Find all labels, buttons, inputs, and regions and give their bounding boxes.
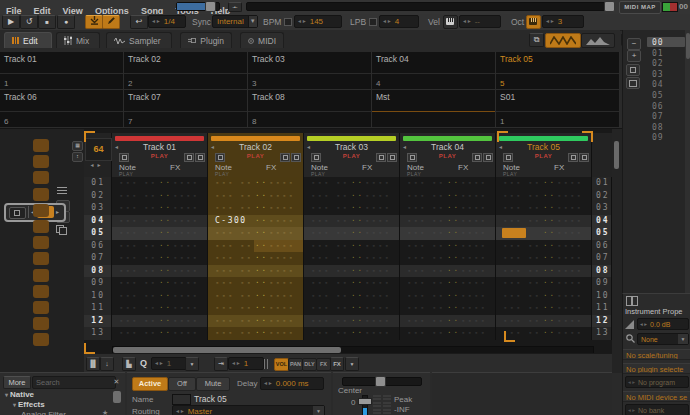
fx-column-menu-button[interactable]: FX xyxy=(330,357,344,371)
column-toggle-fx[interactable]: FX xyxy=(316,358,331,371)
track-header-track-03[interactable]: ◂Track 03PLAYNoteFXPLAY xyxy=(304,133,400,177)
spinner-arrows[interactable]: ◂ ▸ xyxy=(264,378,272,389)
scrollbar-thumb[interactable] xyxy=(686,33,690,59)
pattern-cell[interactable]: -----··---- xyxy=(496,190,592,203)
matrix-slot-block[interactable] xyxy=(33,317,49,330)
tree-item-analog-filter[interactable]: Analog Filter xyxy=(21,410,66,415)
matrix-slot-block[interactable] xyxy=(33,220,49,233)
pattern-cell[interactable]: -----··---- xyxy=(304,315,400,328)
pattern-cell[interactable]: -----··---- xyxy=(208,190,304,203)
dsp-tab-mute[interactable]: Mute xyxy=(196,377,230,391)
pattern-cell[interactable]: -----··---- xyxy=(304,277,400,290)
pattern-cell[interactable]: -----··---- xyxy=(400,190,496,203)
pattern-cell[interactable]: ··---- xyxy=(496,227,592,240)
track-name[interactable]: Track 01 xyxy=(112,142,207,152)
pattern-cell[interactable]: -----··---- xyxy=(208,177,304,190)
routing-select[interactable]: ◂ ▸ Master ▼ xyxy=(172,405,325,415)
scope-track-03[interactable]: Track 033 xyxy=(248,52,372,90)
dropdown-arrow-icon[interactable]: ▼ xyxy=(313,406,324,415)
track-options-button[interactable] xyxy=(579,153,589,162)
octave-keyboard-toggle[interactable] xyxy=(526,15,541,29)
track-name[interactable]: Track 03 xyxy=(304,142,399,152)
pattern-cell[interactable]: -----··---- xyxy=(112,190,208,203)
pattern-cell[interactable]: -----··---- xyxy=(112,302,208,315)
pattern-cell[interactable]: -----··---- xyxy=(304,290,400,303)
matrix-mode-icon-button[interactable]: ▦ xyxy=(72,141,83,151)
pattern-cell[interactable]: -----··---- xyxy=(496,315,592,328)
spinner-arrows[interactable]: ◂ ▸ xyxy=(152,16,160,27)
pattern-cell[interactable]: -----··---- xyxy=(208,227,304,240)
sync-select[interactable]: Internal▼ xyxy=(212,15,258,28)
pattern-cell[interactable]: -----··---- xyxy=(400,277,496,290)
spinner-arrows[interactable]: ◂ ▸ xyxy=(640,321,647,327)
tree-expand-icon[interactable]: ▾ xyxy=(13,402,16,408)
sequence-loop-button[interactable] xyxy=(626,64,640,76)
track-headers-toggle[interactable]: ▐▌ xyxy=(86,357,100,371)
sequence-delete-button[interactable]: − xyxy=(627,38,641,50)
scope-track-02[interactable]: Track 022 xyxy=(124,52,248,90)
matrix-slot-block[interactable] xyxy=(33,139,49,152)
matrix-slot-block[interactable] xyxy=(33,188,49,201)
track-name[interactable]: Track 04 xyxy=(400,142,495,152)
block-loop-button[interactable]: ↩ xyxy=(130,15,148,29)
pattern-cell[interactable]: -----··---- xyxy=(112,202,208,215)
wrap-mode-toggle[interactable]: ↓ xyxy=(100,357,114,371)
matrix-slot-block[interactable] xyxy=(33,333,49,346)
pattern-cell[interactable]: -----··---- xyxy=(496,240,592,253)
lpb-spinner[interactable]: ◂ ▸4 xyxy=(379,15,419,28)
sequence-slot-02[interactable]: 02 xyxy=(652,59,664,68)
pattern-cell[interactable]: -----··---- xyxy=(208,240,304,253)
matrix-slot-block[interactable] xyxy=(33,269,49,282)
matrix-slot-mute-button[interactable] xyxy=(9,207,26,219)
pattern-cell[interactable]: -----··---- xyxy=(112,277,208,290)
sequence-slot-04[interactable]: 04 xyxy=(652,80,664,89)
scope-s01[interactable]: S011 xyxy=(496,90,620,128)
velocity-keyboard-toggle[interactable] xyxy=(443,15,458,29)
spinner-arrows[interactable]: ◂ ▸ xyxy=(383,16,391,27)
pattern-cell[interactable]: -----··---- xyxy=(400,177,496,190)
pattern-cell[interactable]: -----··---- xyxy=(400,302,496,315)
column-toggle-dly[interactable]: DLY xyxy=(302,358,317,371)
pattern-cell[interactable]: -----··---- xyxy=(112,177,208,190)
pattern-cell[interactable]: -----··---- xyxy=(112,290,208,303)
sequence-select-button[interactable] xyxy=(626,77,640,89)
scopes-view-toggle[interactable] xyxy=(545,33,581,48)
more-button[interactable]: More xyxy=(3,376,31,389)
bpm-spinner[interactable]: ◂ ▸145 xyxy=(294,15,342,28)
column-toggle-pan[interactable]: PAN xyxy=(288,358,303,371)
scope-track-05[interactable]: Track 055 xyxy=(496,52,620,90)
matrix-slot-block[interactable] xyxy=(33,301,49,314)
sequencer-scrollbar[interactable] xyxy=(685,30,690,293)
spinner-arrows[interactable]: ◂ ▸ xyxy=(298,16,306,27)
edit-mode-toggle[interactable] xyxy=(102,15,120,29)
pattern-cell[interactable]: -----··---- xyxy=(208,252,304,265)
pattern-cell[interactable]: -----··---- xyxy=(496,277,592,290)
play-button[interactable]: ▶ xyxy=(2,15,20,29)
pattern-cell[interactable]: -----··---- xyxy=(400,215,496,228)
pattern-cell[interactable]: -----··---- xyxy=(496,290,592,303)
track-options-button[interactable] xyxy=(387,153,397,162)
pattern-cell[interactable]: -----··---- xyxy=(112,227,208,240)
bpm-link-checkbox[interactable] xyxy=(284,18,292,26)
scope-track-01[interactable]: Track 011 xyxy=(0,52,124,90)
matrix-slot-block[interactable] xyxy=(33,204,49,217)
matrix-slot-block[interactable] xyxy=(33,236,49,249)
pattern-cell[interactable]: -----··---- xyxy=(112,215,208,228)
pan-slider[interactable] xyxy=(342,377,422,386)
metronome-toggle[interactable]: ▙ xyxy=(122,357,136,371)
edit-step-spinner[interactable]: ◂ ▸1 xyxy=(228,357,264,370)
scope-track-06[interactable]: Track 066 xyxy=(0,90,124,128)
pattern-cell[interactable]: -----··---- xyxy=(208,315,304,328)
track-header-track-01[interactable]: ◂Track 01PLAYNoteFXPLAY xyxy=(112,133,208,177)
pattern-cell[interactable]: -----··---- xyxy=(112,252,208,265)
pattern-cell[interactable]: -----··---- xyxy=(400,202,496,215)
track-header-track-05[interactable]: ◂Track 05PLAYNoteFXPLAY xyxy=(496,133,592,177)
sequence-slot-01[interactable]: 01 xyxy=(652,49,664,58)
track-options-button[interactable] xyxy=(483,153,493,162)
velocity-spinner[interactable]: ◂ ▸-- xyxy=(459,15,501,28)
matrix-copy-icon[interactable] xyxy=(56,225,67,234)
meter-mode-button[interactable]: -•- xyxy=(228,2,242,12)
track-name[interactable]: Track 02 xyxy=(208,142,303,152)
loop-pattern-button[interactable]: ↺ xyxy=(20,15,38,29)
track-header-track-04[interactable]: ◂Track 04PLAYNoteFXPLAY xyxy=(400,133,496,177)
